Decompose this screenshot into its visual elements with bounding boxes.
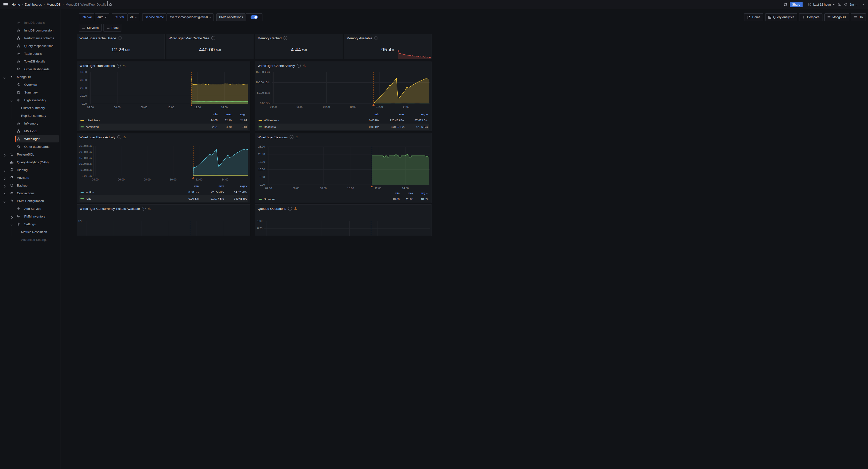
sidebar-item-pmm-configuration[interactable]: PMM Configuration bbox=[0, 197, 61, 205]
legend-header-max[interactable]: max bbox=[218, 113, 232, 116]
chart-plot[interactable] bbox=[84, 221, 248, 234]
sidebar-item-overview[interactable]: Overview bbox=[0, 81, 61, 88]
panel-title-text[interactable]: WiredTiger Concurrency Tickets Available bbox=[80, 207, 140, 211]
chevron-right-icon[interactable] bbox=[3, 184, 5, 188]
cluster-label[interactable]: Cluster bbox=[112, 13, 127, 21]
chevron-right-icon[interactable] bbox=[3, 177, 5, 180]
panel-title[interactable]: WiredTiger Transactionsi⚠ bbox=[80, 64, 126, 68]
legend-series-label[interactable]: Written from bbox=[258, 119, 358, 122]
chart-plot[interactable] bbox=[265, 221, 430, 234]
breadcrumb-home[interactable]: Home bbox=[12, 3, 20, 6]
sidebar-item-tokudb-details[interactable]: TokuDB details bbox=[0, 57, 61, 65]
chevron-down-icon[interactable] bbox=[11, 99, 12, 103]
toggle-switch[interactable] bbox=[251, 15, 258, 19]
chart-plot[interactable] bbox=[267, 147, 430, 188]
sidebar-item-innodb-details[interactable]: InnoDB details bbox=[0, 19, 61, 26]
sidebar-item-advisors[interactable]: Advisors bbox=[0, 174, 61, 182]
legend-header-min[interactable]: min bbox=[203, 113, 218, 116]
legend-series-label[interactable]: read bbox=[81, 197, 177, 200]
sidebar-item-innodb-compression[interactable]: InnoDB compression bbox=[0, 26, 61, 34]
cluster-select[interactable]: All bbox=[127, 13, 140, 21]
chevron-right-icon[interactable] bbox=[3, 169, 5, 173]
info-icon[interactable]: i bbox=[118, 36, 122, 40]
chart-plot[interactable] bbox=[272, 72, 430, 106]
sidebar-item-other-dashboards[interactable]: Other dashboards bbox=[0, 143, 61, 151]
sidebar-item-metrics-resolution[interactable]: Metrics Resolution bbox=[0, 228, 61, 234]
legend-header-min[interactable]: min bbox=[177, 185, 199, 188]
panel-title-text[interactable]: WiredTiger Max Cache Size bbox=[169, 36, 209, 40]
warning-icon[interactable]: ⚠ bbox=[123, 135, 126, 139]
panel-title[interactable]: Queued Operationsi⚠ bbox=[257, 207, 297, 211]
interval-label[interactable]: Interval bbox=[79, 13, 94, 21]
panel-title[interactable]: WiredTiger Concurrency Tickets Available… bbox=[80, 207, 151, 211]
legend-series-label[interactable]: committed bbox=[81, 125, 203, 128]
legend-header-avg[interactable]: avg bbox=[404, 113, 428, 116]
legend-series-label[interactable]: Read into bbox=[258, 125, 358, 128]
sidebar-item-replset-summary[interactable]: ReplSet summary bbox=[0, 112, 61, 119]
chevron-down-icon[interactable] bbox=[11, 223, 12, 227]
sidebar-item-high-availability[interactable]: High availability bbox=[0, 96, 61, 104]
chevron-right-icon[interactable] bbox=[11, 215, 12, 219]
panel-title-text[interactable]: WiredTiger Transactions bbox=[80, 64, 115, 68]
legend-header-max[interactable]: max bbox=[199, 185, 224, 188]
panel-title-text[interactable]: Queued Operations bbox=[257, 207, 286, 211]
sidebar-item-alerting[interactable]: Alerting bbox=[0, 166, 61, 174]
legend-header-avg[interactable]: avg bbox=[224, 185, 247, 188]
info-icon[interactable]: i bbox=[211, 36, 215, 40]
chevron-right-icon[interactable] bbox=[3, 153, 5, 157]
legend-header-avg[interactable]: avg bbox=[232, 113, 247, 116]
pmm-button[interactable]: PMM bbox=[103, 24, 121, 32]
warning-icon[interactable]: ⚠ bbox=[303, 64, 306, 67]
sidebar-item-wiredtiger[interactable]: WiredTiger bbox=[0, 135, 61, 143]
sidebar-item-inmemory[interactable]: InMemory bbox=[0, 119, 61, 127]
panel-title-text[interactable]: WiredTiger Cache Activity bbox=[257, 64, 295, 68]
panel-title-text[interactable]: WiredTiger Sessions bbox=[257, 135, 288, 139]
sidebar-item-connections[interactable]: Connections bbox=[0, 189, 61, 197]
panel-title[interactable]: WiredTiger Max Cache Sizei bbox=[169, 36, 215, 40]
panel-title-text[interactable]: WiredTiger Block Activity bbox=[80, 135, 115, 139]
panel-title[interactable]: Memory Cachedi bbox=[257, 36, 287, 40]
panel-title[interactable]: WiredTiger Block Activityi⚠ bbox=[80, 135, 126, 139]
panel-title-text[interactable]: Memory Cached bbox=[257, 36, 282, 40]
info-icon[interactable]: i bbox=[117, 135, 121, 139]
legend-series-label[interactable]: Sessions bbox=[258, 198, 386, 200]
panel-title[interactable]: WiredTiger Sessionsi⚠ bbox=[257, 135, 299, 139]
sidebar-item-settings[interactable]: Settings bbox=[0, 220, 61, 228]
sidebar-item-backup[interactable]: Backup bbox=[0, 182, 61, 189]
chevron-down-icon[interactable] bbox=[3, 76, 5, 80]
legend-header-max[interactable]: max bbox=[400, 192, 413, 194]
legend-header-min[interactable]: min bbox=[386, 192, 400, 194]
warning-icon[interactable]: ⚠ bbox=[123, 64, 126, 67]
chevron-down-icon[interactable] bbox=[3, 200, 5, 204]
service-name-select[interactable]: everest-mongodb-w2g-rs0-0 bbox=[167, 13, 214, 21]
sidebar-item-table-details[interactable]: Table details bbox=[0, 50, 61, 57]
panel-title[interactable]: WiredTiger Cache Usagei bbox=[80, 36, 122, 40]
panel-title-text[interactable]: WiredTiger Cache Usage bbox=[80, 36, 116, 40]
menu-toggle-icon[interactable] bbox=[3, 3, 8, 6]
panel-title-text[interactable]: Memory Available bbox=[346, 36, 372, 40]
legend-header-min[interactable]: min bbox=[358, 113, 379, 116]
info-icon[interactable]: i bbox=[117, 64, 121, 68]
chart-plot[interactable] bbox=[94, 146, 248, 179]
legend-series-label[interactable]: rolled_back bbox=[81, 119, 203, 122]
sidebar-item-mmapv1[interactable]: MMAPv1 bbox=[0, 127, 61, 135]
services-button[interactable]: Services bbox=[79, 24, 101, 32]
interval-select[interactable]: auto bbox=[95, 13, 109, 21]
info-icon[interactable]: i bbox=[283, 36, 287, 40]
legend-header-max[interactable]: max bbox=[379, 113, 404, 116]
legend-series-label[interactable]: written bbox=[81, 191, 177, 193]
sidebar-item-postgresql[interactable]: PostgreSQL bbox=[0, 151, 61, 158]
sidebar-item-summary[interactable]: Summary bbox=[0, 88, 61, 96]
breadcrumb-dashboards[interactable]: Dashboards bbox=[25, 3, 42, 6]
info-icon[interactable]: i bbox=[374, 36, 378, 40]
warning-icon[interactable]: ⚠ bbox=[148, 207, 151, 210]
sidebar-item-cluster-summary[interactable]: Cluster summary bbox=[0, 104, 61, 112]
sidebar-item-other-dashboards[interactable]: Other dashboards bbox=[0, 65, 61, 73]
sidebar-item-performance-schema[interactable]: Performance schema bbox=[0, 34, 61, 42]
warning-icon[interactable]: ⚠ bbox=[294, 207, 297, 210]
sidebar-item-mongodb[interactable]: MongoDB bbox=[0, 73, 61, 81]
panel-title[interactable]: Memory Availablei bbox=[346, 36, 378, 40]
service-name-label[interactable]: Service Name bbox=[142, 13, 167, 21]
breadcrumb-mongodb[interactable]: MongoDB bbox=[47, 3, 61, 6]
info-icon[interactable]: i bbox=[142, 207, 146, 211]
